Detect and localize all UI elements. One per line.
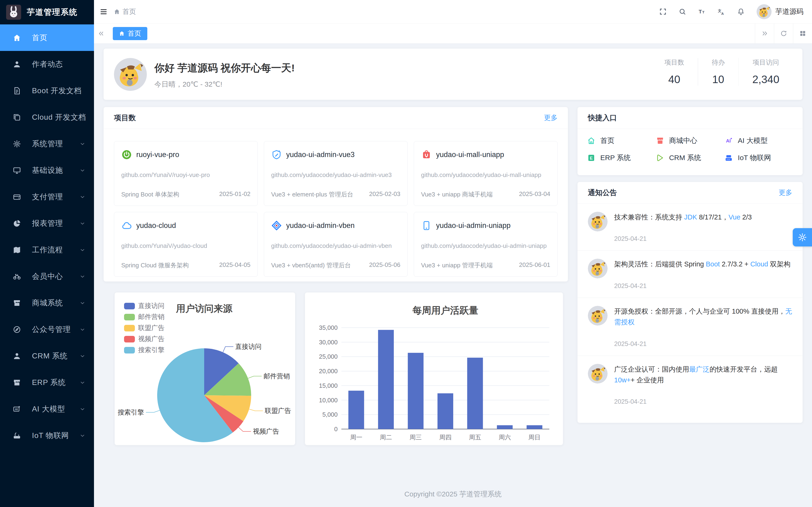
- refresh-button[interactable]: [774, 23, 793, 44]
- chevron-down-icon: [79, 326, 86, 333]
- projects-grid: ruoyi-vue-progithub.com/YunaiV/ruoyi-vue…: [104, 129, 568, 287]
- monitor-icon: [13, 166, 21, 175]
- chevron-down-icon: [79, 379, 86, 386]
- shortcut-IoT 物联网[interactable]: IoT 物联网: [724, 153, 793, 163]
- svg-text:AI: AI: [15, 408, 18, 411]
- shortcut-label: 商城中心: [669, 136, 697, 146]
- project-card-yudao-ui-admin-vben[interactable]: yudao-ui-admin-vbengithub.com/yudaocode/…: [264, 212, 408, 277]
- sidebar-item-label: 商城系统: [32, 298, 79, 308]
- project-head: yudao-ui-admin-uniapp: [421, 220, 550, 231]
- project-card-ruoyi-vue-pro[interactable]: ruoyi-vue-progithub.com/YunaiV/ruoyi-vue…: [114, 141, 258, 206]
- sidebar-item-label: ERP 系统: [32, 378, 79, 388]
- sidebar-item-12[interactable]: CRM 系统: [0, 343, 94, 369]
- notice-avatar: [588, 259, 608, 278]
- shortcut-AI 大模型[interactable]: AIAI 大模型: [724, 136, 793, 146]
- layout-grid-button[interactable]: [793, 23, 812, 44]
- welcome-weather: 今日晴，20℃ - 32℃!: [154, 79, 222, 89]
- svg-text:直接访问: 直接访问: [138, 302, 164, 309]
- shortcut-label: AI 大模型: [738, 136, 768, 146]
- footer-copyright: Copyright ©2025 芋道管理系统: [94, 490, 812, 499]
- notice-avatar: [588, 306, 608, 326]
- sidebar-item-2[interactable]: Boot 开发文档: [0, 77, 94, 104]
- project-desc: Spring Cloud 微服务架构: [121, 261, 189, 270]
- sidebar-item-3[interactable]: Cloud 开发文档: [0, 104, 94, 130]
- sidebar: 芋道管理系统 首页作者动态Boot 开发文档Cloud 开发文档系统管理基础设施…: [0, 0, 94, 507]
- sidebar-item-5[interactable]: 基础设施: [0, 157, 94, 183]
- avatar: [114, 58, 147, 91]
- tabs-scroll-left-button[interactable]: [94, 23, 109, 44]
- svg-text:周一: 周一: [350, 434, 362, 441]
- shortcut-CRM 系统[interactable]: CRM 系统: [656, 153, 725, 163]
- main-area: 首页 TT 文A 芋道源码 首页: [94, 0, 812, 507]
- project-head: yudao-ui-admin-vue3: [271, 149, 400, 160]
- breadcrumb-label: 首页: [122, 7, 136, 16]
- breadcrumb[interactable]: 首页: [114, 7, 136, 16]
- user-icon: [13, 60, 21, 68]
- font-size-icon[interactable]: TT: [698, 8, 706, 15]
- stat-projects: 项目数 40: [651, 58, 698, 86]
- sidebar-item-7[interactable]: 报表管理: [0, 210, 94, 237]
- sidebar-item-15[interactable]: IoT 物联网: [0, 422, 94, 449]
- projects-more-link[interactable]: 更多: [544, 113, 558, 122]
- tab-home[interactable]: 首页: [113, 27, 147, 40]
- settings-button[interactable]: [793, 228, 812, 246]
- language-icon[interactable]: 文A: [718, 8, 725, 15]
- sidebar-item-1[interactable]: 作者动态: [0, 51, 94, 77]
- shortcuts-panel: 快捷入口 首页商城中心AIAI 大模型EERP 系统CRM 系统IoT 物联网: [577, 107, 803, 175]
- project-name: yudao-ui-admin-vben: [286, 221, 355, 230]
- svg-text:每周用户活跃量: 每周用户活跃量: [412, 305, 478, 316]
- notice-item-0[interactable]: 技术兼容性：系统支持 JDK 8/17/21，Vue 2/32025-04-21: [577, 204, 803, 250]
- sidebar-item-14[interactable]: AIAI 大模型: [0, 396, 94, 422]
- project-card-yudao-ui-admin-uniapp[interactable]: yudao-ui-admin-uniappgithub.com/yudaocod…: [414, 212, 558, 277]
- chevron-down-icon: [79, 299, 86, 306]
- notices-panel: 通知公告 更多 技术兼容性：系统支持 JDK 8/17/21，Vue 2/320…: [577, 182, 803, 423]
- document-icon: [13, 87, 21, 95]
- shortcut-ERP 系统[interactable]: EERP 系统: [587, 153, 656, 163]
- welcome-greeting: 你好 芋道源码 祝你开心每一天!: [154, 61, 295, 75]
- notices-more-link[interactable]: 更多: [779, 188, 792, 198]
- sidebar-item-4[interactable]: 系统管理: [0, 130, 94, 157]
- menu-toggle-icon[interactable]: [100, 8, 108, 16]
- bag-icon: [421, 149, 432, 160]
- notice-item-3[interactable]: 广泛企业认可：国内使用最广泛的快速开发平台，远超 10w++ 企业使用2025-…: [577, 355, 803, 413]
- project-card-yudao-ui-mall-uniapp[interactable]: yudao-ui-mall-uniappgithub.com/yudaocode…: [414, 141, 558, 206]
- svg-text:30,000: 30,000: [319, 339, 338, 346]
- search-icon[interactable]: [678, 8, 686, 15]
- user-menu[interactable]: 芋道源码: [757, 4, 804, 19]
- bike-icon: [13, 272, 21, 281]
- vben-icon: [271, 220, 282, 231]
- sidebar-item-8[interactable]: 工作流程: [0, 237, 94, 263]
- app-root: 芋道管理系统 首页作者动态Boot 开发文档Cloud 开发文档系统管理基础设施…: [0, 0, 812, 507]
- notice-item-1[interactable]: 架构灵活性：后端提供 Spring Boot 2.7/3.2 + Cloud 双…: [577, 250, 803, 297]
- chevron-down-icon: [79, 246, 86, 253]
- sidebar-item-10[interactable]: 商城系统: [0, 290, 94, 316]
- sidebar-item-label: 会员中心: [32, 271, 79, 282]
- gear-icon: [13, 139, 21, 148]
- tabs-scroll-right-button[interactable]: [755, 23, 774, 44]
- svg-text:0: 0: [334, 426, 338, 433]
- fullscreen-icon[interactable]: [659, 8, 667, 15]
- spring-icon: [121, 149, 132, 160]
- project-card-yudao-cloud[interactable]: yudao-cloudgithub.com/YunaiV/yudao-cloud…: [114, 212, 258, 277]
- shortcut-商城中心[interactable]: 商城中心: [656, 136, 725, 146]
- notice-item-2[interactable]: 开源免授权：全部开源，个人与企业可 100% 直接使用，无需授权2025-04-…: [577, 298, 803, 355]
- sidebar-item-label: 首页: [32, 33, 86, 43]
- sidebar-item-6[interactable]: 支付管理: [0, 183, 94, 210]
- shortcut-首页[interactable]: 首页: [587, 136, 656, 146]
- sidebar-item-0[interactable]: 首页: [0, 24, 94, 51]
- sidebar-item-13[interactable]: ERP 系统: [0, 369, 94, 396]
- page-content: 你好 芋道源码 祝你开心每一天! 今日晴，20℃ - 32℃! 项目数 40 待…: [94, 44, 812, 507]
- notices-panel-header: 通知公告 更多: [577, 182, 803, 204]
- sidebar-item-label: Cloud 开发文档: [32, 112, 86, 122]
- project-card-yudao-ui-admin-vue3[interactable]: yudao-ui-admin-vue3github.com/yudaocode/…: [264, 141, 408, 206]
- home-icon: [114, 8, 120, 15]
- svg-text:用户访问来源: 用户访问来源: [176, 303, 233, 314]
- bell-icon[interactable]: [737, 8, 745, 15]
- qe-iot-icon: [724, 154, 733, 162]
- cloud-icon: [121, 220, 132, 231]
- svg-text:视频广告: 视频广告: [138, 335, 164, 342]
- sidebar-item-11[interactable]: 公众号管理: [0, 316, 94, 343]
- qe-crm-icon: [656, 154, 664, 162]
- sidebar-item-9[interactable]: 会员中心: [0, 263, 94, 290]
- sidebar-item-label: Boot 开发文档: [32, 86, 86, 96]
